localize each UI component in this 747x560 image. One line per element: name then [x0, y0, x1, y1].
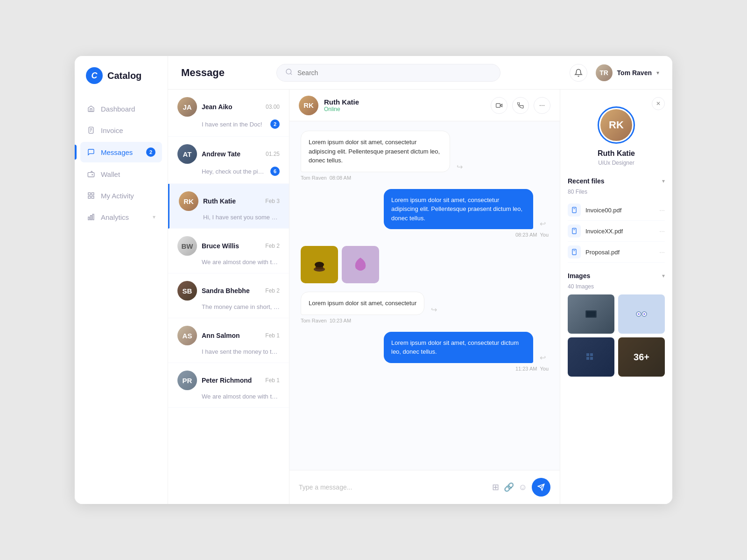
file-more-button[interactable]: ···: [659, 227, 665, 235]
chat-input-bar: ⊞ 🔗 ☺: [289, 470, 560, 504]
image-thumb-more[interactable]: 36+: [618, 337, 665, 377]
search-input[interactable]: [297, 69, 492, 77]
input-actions: ⊞ 🔗 ☺: [492, 478, 550, 497]
message-sent-2: ↩ Lorem ipsum dolor sit amet, consectetu…: [301, 332, 549, 371]
message-received-2: Lorem ipsum dolor sit amet, consectetur …: [301, 292, 549, 323]
conv-time: Feb 1: [265, 377, 280, 384]
msg-you: You: [540, 366, 549, 371]
avatar: JA: [177, 97, 197, 117]
logo-icon: C: [86, 67, 103, 84]
sidebar-nav: Dashboard Invoice Messages 2 Wallet: [75, 99, 168, 493]
file-name: InvoiceXX.pdf: [585, 228, 655, 235]
file-more-button[interactable]: ···: [659, 248, 665, 256]
user-name: Tom Raven: [617, 69, 652, 77]
emoji-button[interactable]: ☺: [519, 483, 527, 492]
chat-icon: [87, 148, 95, 156]
svg-rect-10: [88, 217, 90, 220]
sidebar-item-analytics[interactable]: Analytics ▾: [80, 207, 162, 227]
logo[interactable]: C Catalog: [75, 67, 168, 99]
svg-rect-37: [586, 353, 589, 356]
conv-item-andrew[interactable]: AT Andrew Tate 01.25 Hey, check out the …: [168, 137, 289, 184]
msg-time: 11:23 AM: [515, 366, 537, 371]
conv-preview: I have sent the money to the clie....: [202, 348, 280, 355]
image-thumb-1[interactable]: [568, 294, 614, 334]
conv-badge: 2: [270, 119, 280, 129]
invoice-icon: [87, 126, 95, 134]
home-icon: [87, 105, 95, 113]
sidebar-label-my-activity: My Activity: [101, 192, 134, 200]
svg-rect-38: [590, 353, 593, 356]
recent-files-toggle[interactable]: ▾: [662, 178, 665, 184]
video-call-button[interactable]: [491, 97, 507, 114]
svg-rect-12: [92, 214, 94, 220]
file-more-button[interactable]: ···: [659, 206, 665, 214]
svg-point-36: [643, 313, 645, 315]
chat-header: RK Ruth Katie Online: [289, 90, 560, 121]
conv-item-ruth[interactable]: RK Ruth Katie Feb 3 Hi, I have sent you …: [168, 184, 289, 229]
svg-rect-27: [572, 228, 576, 234]
file-icon: [568, 203, 581, 217]
conv-preview: I have sent in the Doc!: [202, 121, 267, 128]
conv-item-jean[interactable]: JA Jean Aiko 03.00 I have sent in the Do…: [168, 90, 289, 137]
conv-item-ann[interactable]: AS Ann Salmon Feb 1 I have sent the mone…: [168, 318, 289, 363]
svg-rect-39: [586, 357, 589, 360]
svg-rect-40: [590, 357, 593, 360]
conv-item-bruce[interactable]: BW Bruce Willis Feb 2 We are almost done…: [168, 229, 289, 273]
activity-icon: [87, 191, 95, 200]
file-item-1: Invoice00.pdf ···: [568, 200, 665, 221]
sidebar-label-wallet: Wallet: [101, 170, 120, 178]
sidebar-item-my-activity[interactable]: My Activity: [80, 186, 162, 205]
msg-sender: Tom Raven: [301, 318, 327, 323]
images-section: Images ▾ 40 Images: [568, 272, 665, 377]
msg-time: 10:23 AM: [330, 318, 351, 323]
conv-name: Jean Aiko: [202, 103, 261, 111]
svg-marker-15: [500, 104, 502, 107]
svg-line-14: [290, 73, 292, 75]
conv-item-sandra[interactable]: SB Sandra Bhebhe Feb 2 The money came in…: [168, 273, 289, 318]
notification-button[interactable]: [570, 64, 587, 82]
user-profile[interactable]: TR Tom Raven ▾: [596, 64, 659, 81]
send-button[interactable]: [532, 478, 550, 497]
msg-time: 08:08 AM: [330, 175, 351, 181]
link-button[interactable]: 🔗: [504, 482, 514, 492]
more-options-button[interactable]: [534, 97, 550, 114]
sidebar-item-invoice[interactable]: Invoice: [80, 120, 162, 140]
conversation-list: JA Jean Aiko 03.00 I have sent in the Do…: [168, 90, 289, 504]
svg-rect-9: [92, 196, 94, 198]
conv-time: Feb 2: [265, 287, 280, 294]
images-toggle[interactable]: ▾: [662, 273, 665, 279]
msg-time: 08:23 AM: [515, 232, 537, 238]
svg-rect-29: [572, 249, 576, 255]
svg-point-35: [638, 313, 640, 315]
image-thumb-3[interactable]: [568, 337, 614, 377]
conv-time: Feb 3: [265, 198, 280, 204]
search-icon: [285, 68, 293, 77]
search-bar[interactable]: [276, 64, 500, 82]
more-images-overlay: 36+: [618, 337, 665, 377]
conv-preview: Hey, check out the pictures I ...: [202, 168, 267, 175]
reply-button[interactable]: ↩: [537, 352, 549, 363]
sidebar: C Catalog Dashboard Invoice Messages: [75, 56, 168, 504]
message-input[interactable]: [299, 483, 486, 491]
audio-call-button[interactable]: [512, 97, 529, 114]
sidebar-item-dashboard[interactable]: Dashboard: [80, 99, 162, 119]
reply-button[interactable]: ↩: [537, 218, 549, 229]
sidebar-item-messages[interactable]: Messages 2: [80, 142, 162, 162]
conv-time: Feb 2: [265, 243, 280, 249]
image-attach-button[interactable]: ⊞: [492, 482, 499, 492]
avatar: RK: [179, 191, 198, 211]
sidebar-label-invoice: Invoice: [101, 126, 123, 134]
close-panel-button[interactable]: ✕: [652, 97, 665, 110]
chat-contact-info: Ruth Katie Online: [324, 98, 485, 112]
svg-rect-32: [586, 311, 596, 317]
conv-preview: We are almost done with the brief...: [202, 393, 280, 400]
reply-button[interactable]: ↪: [454, 161, 465, 172]
avatar: SB: [177, 281, 197, 301]
reply-button[interactable]: ↪: [428, 304, 440, 315]
conv-name: Ann Salmon: [202, 332, 261, 339]
file-name: Invoice00.pdf: [585, 207, 655, 214]
recent-files-section: Recent files ▾ 80 Files Invoice00.pdf ··…: [568, 177, 665, 263]
sidebar-item-wallet[interactable]: Wallet: [80, 164, 162, 184]
conv-item-peter[interactable]: PR Peter Richmond Feb 1 We are almost do…: [168, 363, 289, 408]
image-thumb-2[interactable]: [618, 294, 665, 334]
